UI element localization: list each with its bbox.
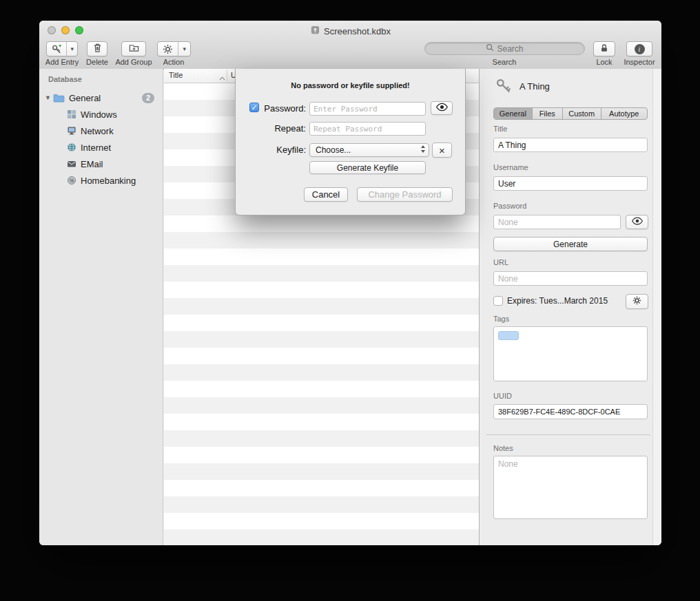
expires-checkbox[interactable] [493, 296, 503, 306]
inspector-scrollbar[interactable] [652, 69, 661, 545]
document-icon [310, 25, 320, 37]
action-button[interactable]: ▾ [157, 41, 191, 56]
group-label: Windows [81, 109, 117, 120]
username-label: Username [493, 163, 528, 171]
url-field[interactable] [493, 271, 648, 286]
key-icon [495, 77, 513, 98]
chevron-down-icon: ▾ [183, 46, 186, 52]
dialog-password-field[interactable] [309, 102, 426, 116]
title-field[interactable] [493, 138, 648, 152]
tab-general[interactable]: General [494, 108, 533, 119]
column-divider[interactable] [227, 70, 227, 81]
password-label: Password [493, 202, 526, 210]
username-field[interactable] [493, 176, 648, 191]
dialog-password-label: Password: [251, 103, 306, 114]
eye-icon [631, 217, 644, 227]
sort-ascending-icon [219, 74, 225, 82]
search-label: Search [493, 58, 517, 66]
group-label: Homebanking [81, 176, 136, 186]
globe-icon [67, 143, 76, 152]
tags-field[interactable] [493, 326, 648, 381]
url-label: URL [493, 258, 508, 266]
action-dropdown[interactable]: ▾ [178, 42, 190, 56]
expires-label: Expires: Tues...March 2015 [507, 296, 608, 306]
window-title: Screenshot.kdbx [39, 25, 661, 37]
sidebar-item-general[interactable]: ▼ General 2 [39, 89, 163, 106]
chevron-down-icon: ▾ [70, 46, 74, 52]
entry-title: A Thing [519, 81, 550, 92]
section-divider [486, 434, 650, 435]
add-entry-button[interactable]: ▾ [46, 41, 78, 56]
group-label: Internet [81, 143, 111, 153]
sidebar-item-email[interactable]: EMail [39, 156, 163, 172]
expires-gear-button[interactable] [626, 294, 648, 309]
close-icon: × [439, 145, 445, 156]
keyfile-selected-value: Choose... [316, 145, 420, 155]
lock-button[interactable] [593, 41, 615, 56]
folder-plus-icon [129, 43, 139, 55]
window-chrome: Screenshot.kdbx ▾ Add Entry Delete Add G… [39, 21, 661, 70]
window-title-text: Screenshot.kdbx [324, 26, 391, 36]
sidebar-item-homebanking[interactable]: % Homebanking [39, 172, 163, 189]
search-placeholder: Search [497, 44, 523, 54]
change-password-button: Change Password [357, 187, 453, 202]
change-password-dialog: No password or keyfile supplied! ✓ Passw… [235, 69, 466, 215]
delete-label: Delete [86, 58, 108, 66]
app-window: Screenshot.kdbx ▾ Add Entry Delete Add G… [39, 21, 661, 545]
generate-password-button[interactable]: Generate [493, 237, 648, 251]
add-group-button[interactable] [121, 41, 146, 56]
group-label: Network [81, 126, 114, 136]
column-header-title[interactable]: Title [169, 71, 183, 79]
action-label: Action [163, 58, 185, 66]
inspector-tabs: General Files Custom Autotype [493, 107, 648, 120]
eye-icon [435, 103, 449, 114]
envelope-icon [67, 159, 76, 169]
inspector-panel: A Thing General Files Custom Autotype Ti… [479, 69, 661, 545]
add-group-label: Add Group [115, 58, 152, 66]
dialog-reveal-password-button[interactable] [431, 101, 453, 115]
tab-files[interactable]: Files [533, 108, 563, 119]
sidebar-section-header: Database [48, 75, 82, 83]
coin-icon: % [67, 176, 76, 185]
add-entry-label: Add Entry [45, 58, 79, 66]
info-icon: i [635, 44, 645, 54]
entry-count-badge: 2 [142, 93, 154, 103]
padlock-icon [599, 43, 609, 55]
search-input[interactable]: Search [424, 42, 585, 55]
group-tree: ▼ General 2 Windows Network [39, 89, 163, 189]
dialog-repeat-field[interactable] [309, 122, 426, 136]
inspector-label: Inspector [624, 58, 655, 66]
trash-icon [92, 43, 103, 55]
stepper-arrows-icon [420, 145, 426, 156]
group-label: EMail [81, 159, 103, 169]
disclosure-triangle-icon[interactable]: ▼ [45, 94, 53, 101]
reveal-password-button[interactable] [626, 215, 648, 229]
keyfile-popup[interactable]: Choose... [309, 143, 429, 157]
dialog-keyfile-label: Keyfile: [251, 145, 306, 155]
gear-icon [632, 296, 641, 307]
cancel-button[interactable]: Cancel [304, 187, 348, 202]
add-entry-dropdown[interactable]: ▾ [66, 42, 77, 56]
title-label: Title [493, 125, 507, 133]
sidebar-item-internet[interactable]: Internet [39, 139, 163, 156]
notes-field[interactable] [493, 456, 648, 519]
tab-custom[interactable]: Custom [563, 108, 601, 119]
gear-icon [158, 42, 178, 56]
tab-autotype[interactable]: Autotype [601, 108, 647, 119]
key-plus-icon [47, 42, 66, 56]
generate-keyfile-button[interactable]: Generate Keyfile [309, 161, 426, 174]
sidebar: Database ▼ General 2 Windows Netw [39, 69, 163, 545]
search-icon [486, 43, 494, 54]
inspector-button[interactable]: i [626, 41, 652, 56]
uuid-field[interactable] [493, 404, 648, 419]
group-label: General [69, 93, 101, 103]
sidebar-item-windows[interactable]: Windows [39, 106, 163, 123]
delete-button[interactable] [87, 41, 107, 56]
password-field[interactable] [493, 215, 621, 229]
dialog-message: No password or keyfile supplied! [236, 81, 465, 89]
tag-token[interactable] [498, 331, 519, 340]
sidebar-item-network[interactable]: Network [39, 123, 163, 139]
windows-icon [67, 109, 76, 119]
notes-label: Notes [493, 444, 513, 452]
clear-keyfile-button[interactable]: × [432, 143, 452, 158]
